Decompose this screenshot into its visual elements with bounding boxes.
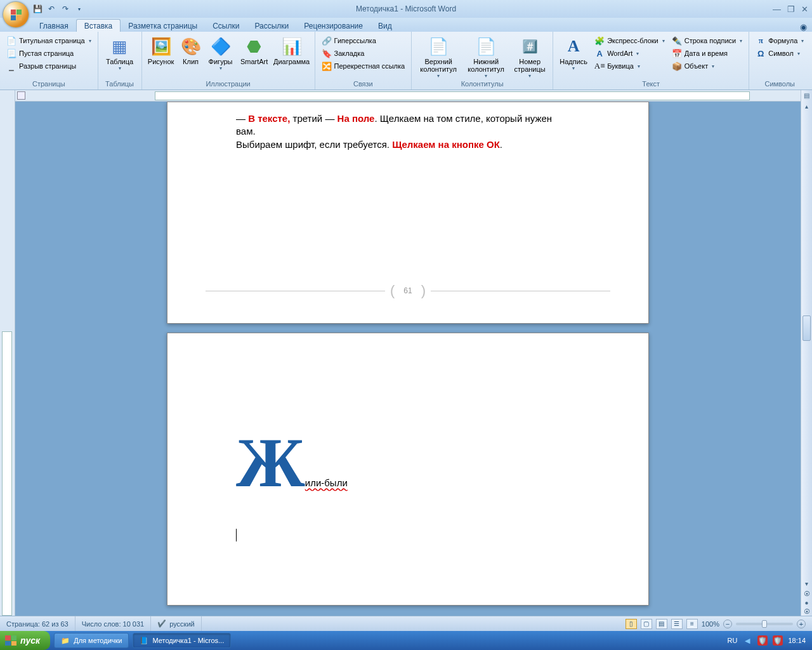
signature-icon: ✒️ — [672, 36, 682, 46]
hyperlink-icon: 🔗 — [322, 36, 332, 46]
restore-button[interactable]: ❐ — [787, 4, 795, 14]
tray-icon-2[interactable]: 🛡️ — [757, 635, 768, 646]
equation-button[interactable]: πФормула▾ — [753, 35, 806, 46]
minimize-button[interactable]: — — [773, 4, 781, 14]
signature-line-button[interactable]: ✒️Строка подписи▾ — [669, 35, 745, 46]
tab-mailings[interactable]: Рассылки — [247, 20, 296, 32]
tray-clock[interactable]: 18:14 — [788, 637, 806, 644]
prev-page-button[interactable]: ⦿ — [801, 589, 812, 598]
cover-page-button[interactable]: 📄Титульная страница▾ — [4, 35, 94, 46]
tab-layout[interactable]: Разметка страницы — [121, 20, 205, 32]
scroll-down-arrow[interactable]: ▾ — [801, 578, 812, 589]
close-button[interactable]: ✕ — [801, 4, 808, 14]
group-symbols-label: Символы — [753, 79, 806, 90]
workspace: — В тексте, третий — На поле. Щелкаем на… — [0, 90, 812, 616]
wordart-button[interactable]: AWordArt▾ — [592, 48, 667, 59]
status-bar: Страница: 62 из 63 Число слов: 10 031 ✔️… — [0, 616, 812, 631]
full-screen-view[interactable]: ▢ — [641, 619, 652, 629]
bookmark-button[interactable]: 🔖Закладка — [319, 48, 408, 59]
dropcap-icon: A≡ — [594, 61, 605, 71]
group-hf-label: Колонтитулы — [416, 79, 549, 90]
group-illustrations: 🖼️Рисунок 🎨Клип 🔷Фигуры▾ ⬣SmartArt 📊Диаг… — [142, 32, 315, 90]
draft-view[interactable]: ≡ — [686, 619, 698, 629]
clipart-button[interactable]: 🎨Клип — [178, 34, 204, 65]
zoom-slider[interactable] — [736, 623, 793, 625]
quick-parts-button[interactable]: 🧩Экспресс-блоки▾ — [592, 35, 667, 46]
tab-view[interactable]: Вид — [370, 20, 400, 32]
datetime-button[interactable]: 📅Дата и время — [669, 48, 745, 59]
vertical-scrollbar[interactable]: ▤ ▴ ▾ ⦿ ● ⦿ — [801, 90, 812, 616]
group-tables-label: Таблицы — [102, 79, 138, 90]
blank-page-button[interactable]: 📃Пустая страница — [4, 48, 94, 59]
start-button[interactable]: пуск — [0, 631, 50, 650]
folder-icon: 📁 — [61, 637, 70, 645]
tray-language[interactable]: RU — [728, 637, 738, 644]
next-page-button[interactable]: ⦿ — [801, 607, 812, 616]
page-number-button[interactable]: #️⃣Номер страницы▾ — [511, 34, 549, 79]
header-button[interactable]: 📄Верхний колонтитул▾ — [416, 34, 461, 79]
zoom-level[interactable]: 100% — [702, 620, 719, 628]
symbol-button[interactable]: ΩСимвол▾ — [753, 48, 806, 59]
group-tables: ▦ Таблица▾ Таблицы — [98, 32, 142, 90]
web-layout-view[interactable]: ▤ — [656, 619, 667, 629]
group-symbols: πФормула▾ ΩСимвол▾ Символы — [749, 32, 810, 90]
office-button[interactable] — [3, 1, 29, 28]
page-62: Жили-были — [167, 333, 649, 606]
document-area[interactable]: — В тексте, третий — На поле. Щелкаем на… — [15, 102, 801, 616]
proofing-status[interactable]: ✔️русский — [151, 616, 201, 631]
page-number-divider: (61) — [206, 282, 610, 299]
group-text-label: Текст — [557, 79, 745, 90]
equation-icon: π — [756, 36, 766, 46]
wordart-icon: A — [594, 48, 605, 58]
smartart-button[interactable]: ⬣SmartArt — [238, 34, 271, 65]
crossref-icon: 🔀 — [322, 61, 332, 71]
outline-view[interactable]: ☰ — [671, 619, 683, 629]
word-icon: 📘 — [140, 637, 148, 645]
scroll-thumb[interactable] — [802, 315, 811, 341]
tab-home[interactable]: Главная — [32, 20, 76, 32]
tab-review[interactable]: Рецензирование — [296, 20, 370, 32]
page-indicator[interactable]: Страница: 62 из 63 — [0, 616, 75, 631]
save-icon[interactable]: 💾 — [32, 3, 43, 15]
ribbon: 📄Титульная страница▾ 📃Пустая страница ⎯Р… — [0, 32, 812, 90]
redo-icon[interactable]: ↷ — [60, 3, 71, 15]
crossref-button[interactable]: 🔀Перекрестная ссылка — [319, 60, 408, 72]
chart-button[interactable]: 📊Диаграмма — [273, 34, 311, 65]
group-text: AНадпись▾ 🧩Экспресс-блоки▾ AWordArt▾ A≡Б… — [553, 32, 749, 90]
print-layout-view[interactable]: ▯ — [625, 619, 637, 629]
tab-insert[interactable]: Вставка — [76, 19, 121, 32]
clipart-icon: 🎨 — [181, 36, 201, 56]
vertical-ruler[interactable] — [0, 90, 15, 616]
zoom-out-button[interactable]: − — [723, 620, 732, 628]
textbox-button[interactable]: AНадпись▾ — [557, 34, 590, 71]
tab-references[interactable]: Ссылки — [205, 20, 247, 32]
footer-button[interactable]: 📄Нижний колонтитул▾ — [463, 34, 509, 79]
qat-more-icon[interactable]: ▾ — [74, 3, 85, 15]
taskbar-item-folder[interactable]: 📁Для методички — [54, 633, 129, 648]
table-button[interactable]: ▦ Таблица▾ — [102, 34, 138, 71]
taskbar-item-word[interactable]: 📘Методичка1 - Micros... — [133, 633, 231, 648]
page-break-button[interactable]: ⎯Разрыв страницы — [4, 60, 94, 72]
help-icon[interactable]: ◉ — [800, 22, 807, 32]
shapes-button[interactable]: 🔷Фигуры▾ — [206, 34, 236, 71]
horizontal-ruler[interactable] — [15, 90, 801, 102]
tray-icon-3[interactable]: 🛡️ — [773, 635, 783, 646]
dropcap-paragraph[interactable]: Жили-были — [167, 333, 648, 491]
document-text[interactable]: — В тексте, третий — На поле. Щелкаем на… — [167, 102, 648, 151]
picture-button[interactable]: 🖼️Рисунок — [146, 34, 176, 65]
ruler-toggle[interactable]: ▤ — [801, 90, 812, 101]
tab-selector[interactable] — [17, 91, 25, 100]
tray-icon-1[interactable]: ◀ — [742, 635, 752, 646]
taskbar: пуск 📁Для методички 📘Методичка1 - Micros… — [0, 631, 812, 650]
hyperlink-button[interactable]: 🔗Гиперссылка — [319, 35, 408, 46]
word-count[interactable]: Число слов: 10 031 — [75, 616, 151, 631]
object-button[interactable]: 📦Объект▾ — [669, 60, 745, 72]
group-illustrations-label: Иллюстрации — [146, 79, 311, 90]
dropcap-button[interactable]: A≡Буквица▾ — [592, 60, 667, 72]
chart-icon: 📊 — [282, 36, 302, 56]
quick-access-toolbar: 💾 ↶ ↷ ▾ — [32, 3, 85, 15]
zoom-in-button[interactable]: + — [797, 620, 806, 628]
undo-icon[interactable]: ↶ — [46, 3, 57, 15]
object-icon: 📦 — [672, 61, 682, 71]
browse-object-button[interactable]: ● — [801, 598, 812, 607]
